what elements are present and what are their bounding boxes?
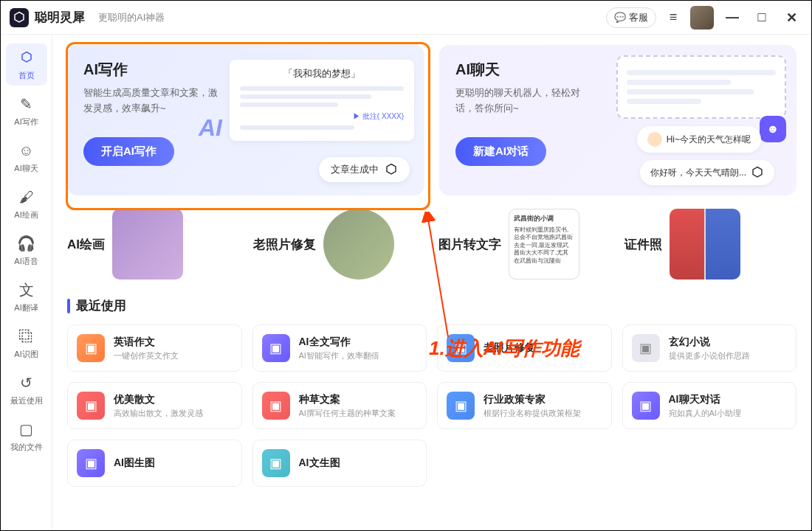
recent-item[interactable]: ▣AI全文写作AI智能写作，效率翻倍 xyxy=(252,324,427,372)
recent-item-icon: ▣ xyxy=(77,392,105,420)
generating-pill: 文章生成中 xyxy=(319,157,410,182)
file-icon: ▢ xyxy=(17,420,36,439)
avatar[interactable] xyxy=(690,6,714,30)
recent-item-icon: ▣ xyxy=(632,392,660,420)
sidebar-item-chat[interactable]: ☺ AI聊天 xyxy=(6,136,47,178)
recent-item-title: AI文生图 xyxy=(299,457,340,470)
ocr-thumb: 武昌街的小调 有时候到重庆路买书,总会不自觉地跑武昌街去走一回,最近发现武昌街大… xyxy=(509,209,579,280)
restore-thumb xyxy=(323,209,394,280)
chat-bubble-ai: 你好呀，今天天气晴朗... xyxy=(640,160,774,185)
sidebar-item-voice[interactable]: 🎧 AI语音 xyxy=(6,229,47,271)
write-illustration: 「我和我的梦想」 ▶ 批注( XXXX) xyxy=(230,60,414,141)
recent-item-icon: ▣ xyxy=(447,392,475,420)
chat-icon: ☺ xyxy=(17,141,36,160)
brush-icon: 🖌 xyxy=(17,187,36,206)
recent-item[interactable]: ▣种草文案AI撰写任何主题的种草文案 xyxy=(252,382,427,429)
topbar: 聪明灵犀 更聪明的AI神器 💬 客服 ≡ — □ ✕ xyxy=(1,1,811,35)
tool-ocr[interactable]: 图片转文字 武昌街的小调 有时候到重庆路买书,总会不自觉地跑武昌街去走一回,最近… xyxy=(438,209,611,280)
recent-item-sub: 提供更多小说创作思路 xyxy=(669,350,750,361)
sidebar-item-write[interactable]: ✎ AI写作 xyxy=(6,90,47,132)
sidebar-item-scan[interactable]: ⿻ AI识图 xyxy=(6,322,47,364)
recent-item-title: AI图生图 xyxy=(114,457,155,470)
chat-illustration xyxy=(616,55,786,119)
recent-item[interactable]: ▣AI聊天对话宛如真人的AI小助理 xyxy=(622,382,797,429)
recent-item-icon: ▣ xyxy=(632,334,660,362)
recent-item[interactable]: ▣行业政策专家根据行业名称提供政策框架 xyxy=(437,382,612,429)
hero-ai-write[interactable]: AI写作 智能生成高质量文章和文案，激发灵感，效率飙升~ 开启AI写作 AI 「… xyxy=(67,45,424,195)
sidebar-item-files[interactable]: ▢ 我的文件 xyxy=(6,415,47,457)
headphone-icon: 🎧 xyxy=(17,234,36,253)
clock-icon: ↺ xyxy=(17,373,36,392)
hexagon-icon xyxy=(17,48,36,67)
customer-service-button[interactable]: 💬 客服 xyxy=(606,7,656,28)
ai-badge: AI xyxy=(199,114,222,142)
recent-item-icon: ▣ xyxy=(77,334,105,362)
idphoto-thumb xyxy=(670,209,740,280)
recent-item-icon: ▣ xyxy=(262,334,290,362)
maximize-button[interactable]: □ xyxy=(751,7,773,29)
sidebar-item-translate[interactable]: 文 AI翻译 xyxy=(6,276,47,318)
recent-item-title: 种草文案 xyxy=(299,393,396,406)
recent-item-title: AI全文写作 xyxy=(299,336,379,349)
recent-item-sub: AI智能写作，效率翻倍 xyxy=(299,350,379,361)
sidebar-item-paint[interactable]: 🖌 AI绘画 xyxy=(6,183,47,225)
recent-item-title: 玄幻小说 xyxy=(669,336,750,349)
recent-header: 最近使用 xyxy=(67,297,796,314)
translate-icon: 文 xyxy=(17,280,36,299)
recent-item-title: AI聊天对话 xyxy=(669,393,741,406)
sidebar: 首页 ✎ AI写作 ☺ AI聊天 🖌 AI绘画 🎧 AI语音 文 AI翻译 ⿻ … xyxy=(1,35,52,530)
recent-item[interactable]: ▣优美散文高效输出散文，激发灵感 xyxy=(67,382,242,429)
recent-item-sub: 一键创作英文作文 xyxy=(114,350,179,361)
recent-item-icon: ▣ xyxy=(262,449,290,477)
logo: 聪明灵犀 更聪明的AI神器 xyxy=(10,8,165,27)
recent-item[interactable]: ▣AI文生图 xyxy=(252,440,427,487)
hero-desc: 智能生成高质量文章和文案，激发灵感，效率飙升~ xyxy=(83,86,224,117)
tool-id-photo[interactable]: 证件照 xyxy=(625,209,797,280)
tool-ai-paint[interactable]: AI绘画 xyxy=(67,209,240,280)
recent-item[interactable]: ▣英语作文一键创作英文作文 xyxy=(67,324,242,372)
paint-thumb xyxy=(112,209,183,280)
app-tagline: 更聪明的AI神器 xyxy=(98,11,165,24)
chat-icon: 💬 xyxy=(614,12,626,23)
recent-item-title: 英语作文 xyxy=(114,336,179,349)
minimize-button[interactable]: — xyxy=(721,7,743,29)
recent-item-icon: ▣ xyxy=(262,392,290,420)
recent-item-sub: AI撰写任何主题的种草文案 xyxy=(299,408,396,419)
app-logo-icon xyxy=(10,8,29,27)
recent-item-sub: 高效输出散文，激发灵感 xyxy=(114,408,203,419)
start-ai-write-button[interactable]: 开启AI写作 xyxy=(83,137,174,166)
feather-icon: ✎ xyxy=(17,94,36,114)
menu-icon[interactable]: ≡ xyxy=(664,8,683,27)
hero-desc: 更聪明的聊天机器人，轻松对话，答你所问~ xyxy=(455,86,596,117)
recent-item-sub: 根据行业名称提供政策框架 xyxy=(484,408,581,419)
sidebar-item-home[interactable]: 首页 xyxy=(6,44,47,86)
annotation-text: 1.进入AI写作功能 xyxy=(429,336,579,361)
recent-item-icon: ▣ xyxy=(77,449,105,477)
close-button[interactable]: ✕ xyxy=(780,7,802,29)
recent-item-sub: 宛如真人的AI小助理 xyxy=(669,408,741,419)
hero-ai-chat[interactable]: AI聊天 更聪明的聊天机器人，轻松对话，答你所问~ 新建AI对话 ☻ Hi~今天… xyxy=(439,45,796,195)
app-name: 聪明灵犀 xyxy=(35,9,85,26)
bubble-avatar-icon xyxy=(647,132,662,147)
tool-photo-restore[interactable]: 老照片修复 xyxy=(253,209,426,280)
sidebar-item-recent[interactable]: ↺ 最近使用 xyxy=(6,369,47,411)
chat-bubble-user: Hi~今天的天气怎样呢 xyxy=(637,126,761,153)
recent-item[interactable]: ▣AI图生图 xyxy=(67,440,242,487)
main-content: AI写作 智能生成高质量文章和文案，激发灵感，效率飙升~ 开启AI写作 AI 「… xyxy=(52,35,811,530)
recent-item-title: 优美散文 xyxy=(114,393,203,406)
recent-item[interactable]: ▣玄幻小说提供更多小说创作思路 xyxy=(622,324,797,372)
new-ai-chat-button[interactable]: 新建AI对话 xyxy=(455,137,546,166)
scan-icon: ⿻ xyxy=(17,327,36,346)
chat-fab-icon: ☻ xyxy=(760,116,786,142)
recent-item-title: 行业政策专家 xyxy=(484,393,581,406)
